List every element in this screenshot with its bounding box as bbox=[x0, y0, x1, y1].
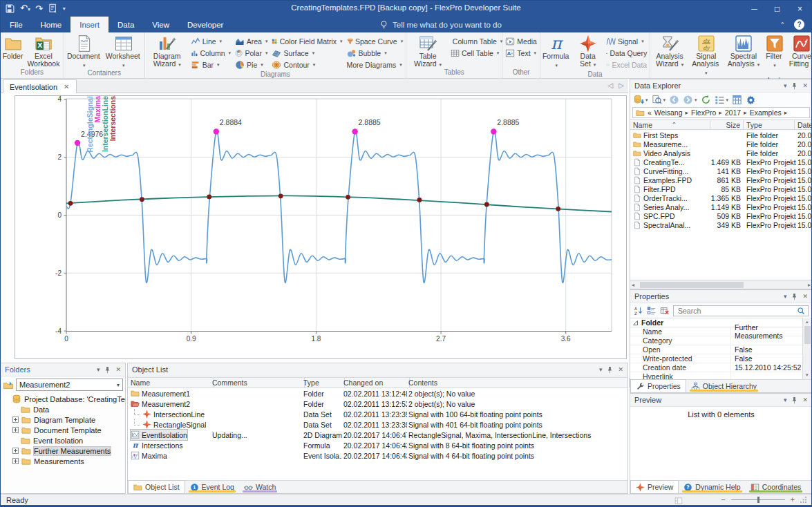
close-panel-icon[interactable]: ✕ bbox=[802, 293, 808, 300]
column-header-type[interactable]: Type bbox=[301, 378, 345, 388]
expand-icon[interactable] bbox=[12, 458, 19, 464]
folder-tree-item-project-database-creatingtemplates[interactable]: Project Database: 'CreatingTemplates' bbox=[1, 394, 125, 404]
folder-tree-item-event-isolation[interactable]: Event Isolation bbox=[1, 435, 125, 446]
file-row-spc-fpd[interactable]: SPC.FPD509 KBFlexPro Projekt...15.02.20 bbox=[630, 211, 812, 220]
property-row-write-protected[interactable]: Write-protectedFalse bbox=[630, 354, 802, 363]
breadcrumb-item-examples[interactable]: Examples bbox=[750, 108, 782, 117]
file-column-header-size[interactable]: Size bbox=[710, 120, 744, 129]
column-header-contents[interactable]: Contents bbox=[406, 378, 630, 388]
line-button[interactable]: Line▾ bbox=[191, 35, 231, 47]
area-button[interactable]: Area▾ bbox=[235, 35, 267, 47]
folder-tree-item-measurements[interactable]: Measurements bbox=[1, 456, 125, 466]
panel-menu-icon[interactable]: ▾ bbox=[784, 396, 787, 403]
file-row-spectralanal[interactable]: SpectralAnal...349 KBFlexPro Projekt...1… bbox=[630, 220, 812, 229]
column-header-name[interactable]: Name bbox=[128, 378, 214, 388]
folder-up-icon[interactable] bbox=[3, 380, 14, 390]
horizontal-scrollbar[interactable]: ◂ ▸ bbox=[630, 280, 812, 289]
scroll-right-icon[interactable]: ▸ bbox=[808, 282, 811, 288]
tab-object-list[interactable]: Object List bbox=[128, 480, 185, 493]
curve-fitting-button[interactable]: Curve Fitting ▾ bbox=[786, 33, 812, 68]
file-column-header-date-mo[interactable]: Date mo... bbox=[795, 120, 812, 129]
property-row-creation-date[interactable]: Creation date15.12.2010 14:25:52 bbox=[630, 363, 802, 372]
redo-icon[interactable]: ↷ bbox=[35, 3, 43, 14]
media-button[interactable]: Media bbox=[505, 35, 537, 47]
document-button[interactable]: Document ▾ bbox=[65, 33, 104, 69]
print-preview-icon[interactable] bbox=[48, 3, 58, 14]
space-curve-button[interactable]: Space Curve▾ bbox=[347, 35, 404, 47]
file-column-header-name[interactable]: Name ⌃ bbox=[630, 120, 710, 129]
column-header-comments[interactable]: Comments bbox=[209, 378, 305, 388]
zoom-out-icon[interactable]: − bbox=[721, 495, 725, 504]
worksheet-button[interactable]: Worksheet ▾ bbox=[104, 33, 144, 69]
surface-button[interactable]: Surface▾ bbox=[272, 47, 342, 59]
bar-button[interactable]: Bar▾ bbox=[191, 59, 231, 70]
doc-nav-back-icon[interactable]: ◁ bbox=[608, 82, 614, 89]
collapse-ribbon-icon[interactable]: ⌃ bbox=[780, 21, 785, 28]
property-row-category[interactable]: Category bbox=[630, 336, 802, 345]
column-table-button[interactable]: Column Table▾ bbox=[451, 35, 500, 47]
file-row-series-analy[interactable]: Series Analy...1.149 KBFlexPro Projekt..… bbox=[630, 202, 812, 211]
doc-nav-forward-icon[interactable]: ▷ bbox=[619, 82, 624, 89]
pin-icon[interactable] bbox=[791, 293, 798, 300]
folder-button[interactable]: Folder bbox=[1, 33, 24, 60]
excel-data-button[interactable]: Excel Data bbox=[606, 59, 647, 70]
file-column-header-type[interactable]: Type bbox=[744, 120, 795, 129]
tab-event-log[interactable]: iEvent Log bbox=[185, 481, 239, 493]
layout-icon[interactable] bbox=[674, 497, 683, 505]
folder-tree-item-diagram-template[interactable]: Diagram Template bbox=[1, 414, 125, 425]
document-tab-eventisolation[interactable]: EventIsolation ✕ bbox=[3, 79, 77, 93]
property-row-name[interactable]: NameFurther Measurements bbox=[630, 327, 802, 336]
zoom-slider[interactable] bbox=[731, 499, 785, 500]
nav-back-icon[interactable] bbox=[669, 95, 679, 105]
scroll-up-icon[interactable]: ▴ bbox=[806, 319, 809, 325]
more-diagrams-button[interactable]: More Diagrams▾ bbox=[347, 59, 404, 70]
db-import-icon[interactable] bbox=[634, 95, 644, 105]
close-document-icon[interactable]: ✕ bbox=[64, 83, 69, 90]
filter-button[interactable]: Filter ▾ bbox=[763, 33, 786, 69]
file-row-video-analysis[interactable]: Video AnalysisFile folder20.02.20 bbox=[630, 149, 812, 157]
bubble-button[interactable]: Bubble▾ bbox=[347, 47, 404, 59]
pie-button[interactable]: Pie▾ bbox=[235, 59, 267, 70]
diagram-wizard-button[interactable]: Diagram Wizard ▾ bbox=[146, 33, 189, 68]
object-list-row-maxima[interactable]: MaximaEvent Isola...20.02.2017 14:06:43S… bbox=[128, 450, 627, 461]
help-icon[interactable]: ? bbox=[794, 19, 804, 30]
pin-icon[interactable] bbox=[791, 396, 798, 404]
data-set-button[interactable]: Data Set ▾ bbox=[572, 33, 603, 68]
ribbon-tab-home[interactable]: Home bbox=[32, 17, 71, 32]
file-row-ordertracki[interactable]: OrderTracki...1.365 KBFlexPro Projekt...… bbox=[630, 193, 812, 202]
tell-me-box[interactable]: Tell me what do you want to do bbox=[379, 17, 502, 32]
minimize-button[interactable]: ─ bbox=[743, 1, 766, 17]
file-row-measureme[interactable]: Measureme...File folder20.02.20 bbox=[630, 140, 812, 149]
column-button[interactable]: Column▾ bbox=[191, 47, 231, 59]
vertical-scrollbar[interactable]: ▴ ▾ bbox=[802, 318, 812, 379]
object-list-row-intersections[interactable]: πIntersectionsFormula20.02.2017 14:06:43… bbox=[128, 440, 627, 450]
ribbon-tab-view[interactable]: View bbox=[143, 17, 178, 32]
folder-tree-item-further-measurements[interactable]: Further Measurements bbox=[1, 446, 125, 456]
zoom-in-icon[interactable]: + bbox=[791, 495, 795, 504]
breadcrumb-item-2017[interactable]: 2017 bbox=[725, 108, 741, 117]
calc-table-icon[interactable] bbox=[732, 95, 742, 105]
table-wizard-button[interactable]: Table Wizard ▾ bbox=[407, 33, 449, 68]
text-button[interactable]: AText▾ bbox=[505, 47, 537, 59]
ribbon-tab-file[interactable]: File bbox=[1, 17, 32, 32]
spectral-analysis-button[interactable]: Spectral Analysis ▾ bbox=[724, 33, 763, 68]
ribbon-tab-data[interactable]: Data bbox=[108, 17, 143, 32]
file-row-first-steps[interactable]: First StepsFile folder20.02.20 bbox=[630, 131, 812, 140]
panel-menu-icon[interactable]: ▾ bbox=[784, 82, 787, 89]
close-panel-icon[interactable]: ✕ bbox=[802, 396, 808, 403]
tab-object-hierarchy[interactable]: Object Hierarchy bbox=[686, 380, 762, 392]
breadcrumb-back[interactable]: « bbox=[648, 108, 652, 117]
folder-tree-item-document-template[interactable]: Document Template bbox=[1, 425, 125, 435]
tab-properties[interactable]: Properties bbox=[630, 379, 686, 392]
color-field-matrix-button[interactable]: Color Field Matrix▾ bbox=[272, 35, 342, 47]
expand-icon[interactable] bbox=[12, 427, 19, 433]
signal-button[interactable]: Signal▾ bbox=[606, 35, 647, 47]
nav-forward-icon[interactable] bbox=[683, 95, 693, 105]
close-panel-icon[interactable]: ✕ bbox=[802, 82, 808, 89]
object-list-row-intersectionline[interactable]: IntersectionLineData Set02.02.2011 13:23… bbox=[128, 409, 627, 419]
eventisolation-chart[interactable]: -4-202400.91.82.73.62.49762.88842.88852.… bbox=[1, 93, 628, 363]
refresh-icon[interactable] bbox=[701, 95, 711, 105]
breadcrumb-item-weisang[interactable]: Weisang bbox=[654, 108, 683, 117]
panel-menu-icon[interactable]: ▾ bbox=[97, 366, 100, 373]
panel-menu-icon[interactable]: ▾ bbox=[599, 366, 603, 373]
